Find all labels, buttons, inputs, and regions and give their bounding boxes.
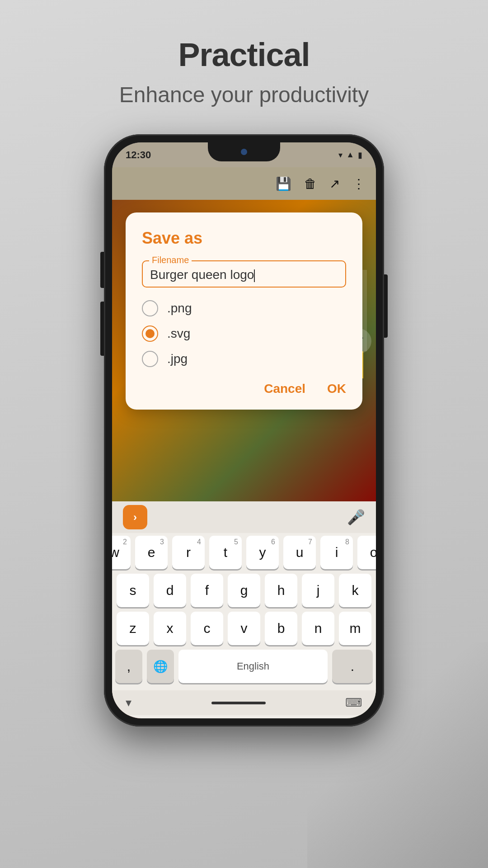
key-e[interactable]: 3e xyxy=(135,536,168,569)
dialog-actions: Cancel OK xyxy=(142,382,346,396)
filename-label: Filename xyxy=(149,255,192,265)
phone-mockup: 12:30 ▾ ▲ ▮ 💾 🗑 ↗ ⋮ ◆ ◇ ✏ xyxy=(104,134,384,726)
nav-bar xyxy=(211,702,266,704)
key-n[interactable]: n xyxy=(302,612,334,645)
share-icon[interactable]: ↗ xyxy=(329,176,340,191)
key-b[interactable]: b xyxy=(265,612,297,645)
key-y[interactable]: 6y xyxy=(246,536,279,569)
key-h[interactable]: h xyxy=(265,574,297,607)
more-icon[interactable]: ⋮ xyxy=(352,176,365,191)
language-key[interactable]: 🌐 xyxy=(147,650,174,683)
battery-icon: ▮ xyxy=(358,150,362,160)
status-icons: ▾ ▲ ▮ xyxy=(338,150,362,160)
filename-field-wrapper: Filename Burger queen logo xyxy=(142,260,346,288)
key-o[interactable]: 9o xyxy=(357,536,376,569)
keyboard-area: › 🎤 1q 2w 3e 4r 5t 6y 7u 8i 9o xyxy=(112,501,376,718)
key-u[interactable]: 7u xyxy=(283,536,316,569)
key-j[interactable]: j xyxy=(302,574,334,607)
status-time: 12:30 xyxy=(126,149,151,161)
png-radio[interactable] xyxy=(142,300,158,316)
key-row-4: ?123 , 🌐 English . ✓ xyxy=(117,650,371,683)
key-i[interactable]: 8i xyxy=(320,536,353,569)
format-jpg-option[interactable]: .jpg xyxy=(142,351,346,367)
delete-icon[interactable]: 🗑 xyxy=(304,176,317,191)
app-toolbar: 💾 🗑 ↗ ⋮ xyxy=(112,167,376,200)
key-z[interactable]: z xyxy=(117,612,149,645)
key-row-1: 1q 2w 3e 4r 5t 6y 7u 8i 9o 0p xyxy=(117,536,371,569)
keyboard-switch-icon[interactable]: ⌨ xyxy=(345,696,362,710)
save-icon[interactable]: 💾 xyxy=(276,176,291,191)
space-label: English xyxy=(237,660,269,672)
notch xyxy=(208,142,280,161)
wifi-icon: ▾ xyxy=(338,150,343,160)
key-k[interactable]: k xyxy=(339,574,371,607)
cancel-button[interactable]: Cancel xyxy=(264,382,305,396)
key-c[interactable]: c xyxy=(191,612,223,645)
jpg-label: .jpg xyxy=(167,352,188,366)
format-options: .png .svg .jpg xyxy=(142,300,346,367)
key-w[interactable]: 2w xyxy=(112,536,131,569)
space-key[interactable]: English xyxy=(178,650,328,683)
key-row-3: ⇧ z x c v b n m ⌫ xyxy=(117,612,371,645)
format-svg-option[interactable]: .svg xyxy=(142,326,346,342)
key-m[interactable]: m xyxy=(339,612,371,645)
svg-radio-inner xyxy=(145,329,155,338)
format-png-option[interactable]: .png xyxy=(142,300,346,316)
signal-icon: ▲ xyxy=(346,150,354,160)
save-dialog: Save as Filename Burger queen logo .png xyxy=(126,212,362,410)
svg-radio[interactable] xyxy=(142,326,158,342)
ok-button[interactable]: OK xyxy=(327,382,346,396)
text-cursor xyxy=(254,269,255,282)
keyboard-bottom-bar: ▾ ⌨ xyxy=(112,690,376,715)
key-t[interactable]: 5t xyxy=(209,536,242,569)
png-label: .png xyxy=(167,301,192,316)
key-v[interactable]: v xyxy=(228,612,260,645)
comma-key[interactable]: , xyxy=(115,650,142,683)
keyboard-rows: 1q 2w 3e 4r 5t 6y 7u 8i 9o 0p a s xyxy=(112,533,376,690)
period-key[interactable]: . xyxy=(332,650,373,683)
keyboard-expand-button[interactable]: › xyxy=(123,505,147,529)
key-s[interactable]: s xyxy=(117,574,149,607)
page-subtitle: Enhance your productivity xyxy=(119,82,369,107)
svg-label: .svg xyxy=(167,326,190,341)
key-g[interactable]: g xyxy=(228,574,260,607)
phone-screen: 12:30 ▾ ▲ ▮ 💾 🗑 ↗ ⋮ ◆ ◇ ✏ xyxy=(112,142,376,718)
page-title: Practical xyxy=(178,36,310,73)
key-row-2: a s d f g h j k l xyxy=(117,574,371,607)
key-d[interactable]: d xyxy=(154,574,186,607)
key-x[interactable]: x xyxy=(154,612,186,645)
mic-icon[interactable]: 🎤 xyxy=(347,509,365,526)
dialog-title: Save as xyxy=(142,229,346,248)
front-camera xyxy=(240,148,248,156)
key-f[interactable]: f xyxy=(191,574,223,607)
filename-input[interactable]: Burger queen logo xyxy=(150,268,338,282)
key-r[interactable]: 4r xyxy=(172,536,205,569)
phone-outer: 12:30 ▾ ▲ ▮ 💾 🗑 ↗ ⋮ ◆ ◇ ✏ xyxy=(104,134,384,726)
jpg-radio[interactable] xyxy=(142,351,158,367)
keyboard-top-bar: › 🎤 xyxy=(112,501,376,533)
keyboard-hide-icon[interactable]: ▾ xyxy=(126,696,131,710)
filename-value: Burger queen logo xyxy=(150,268,254,282)
